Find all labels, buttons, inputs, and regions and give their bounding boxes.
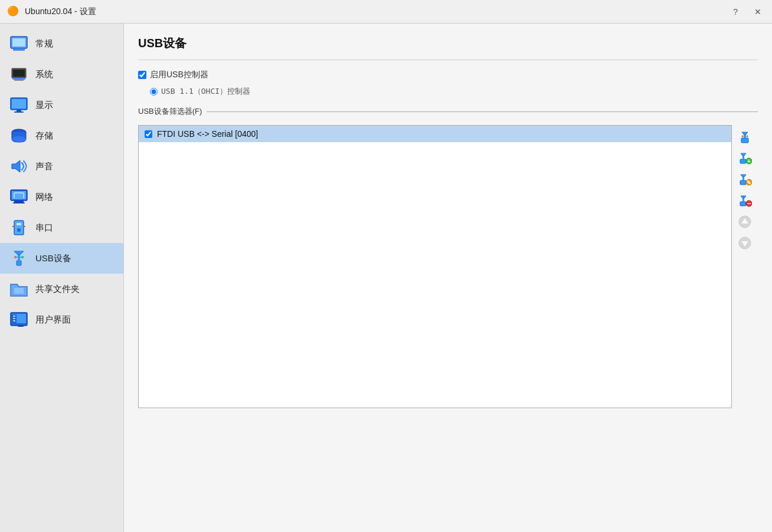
sidebar-label-serial: 串口 <box>35 222 53 234</box>
add-from-device-button[interactable] <box>735 127 754 146</box>
svg-rect-52 <box>740 202 746 206</box>
main-area: 常规 系统 显示 <box>0 24 772 532</box>
svg-rect-21 <box>14 221 24 235</box>
content-area: USB设备 启用USB控制器 USB 1.1（OHCI）控制器 USB设备筛选器… <box>124 24 772 532</box>
svg-rect-53 <box>742 198 744 202</box>
titlebar: 🟠 Ubuntu20.04 - 设置 ? ✕ <box>0 0 772 24</box>
svg-rect-6 <box>14 80 24 81</box>
svg-rect-8 <box>12 99 26 109</box>
sidebar-item-storage[interactable]: 存储 <box>0 120 123 151</box>
filter-label: USB设备筛选器(F) <box>138 106 758 117</box>
svg-point-23 <box>17 228 21 232</box>
add-filter-button[interactable]: + <box>735 149 754 168</box>
move-up-button[interactable] <box>735 212 754 231</box>
sidebar-item-ui[interactable]: 用户界面 <box>0 304 123 335</box>
svg-rect-1 <box>13 48 25 51</box>
storage-icon <box>9 126 28 145</box>
usb11-label: USB 1.1（OHCI）控制器 <box>161 86 250 97</box>
enable-usb-checkbox[interactable] <box>138 71 146 79</box>
sidebar-label-general: 常规 <box>35 38 53 50</box>
svg-rect-10 <box>14 111 24 113</box>
app-icon: 🟠 <box>7 5 20 18</box>
svg-rect-26 <box>17 261 21 265</box>
svg-text:✎: ✎ <box>747 180 751 186</box>
svg-point-43 <box>747 136 748 137</box>
system-icon <box>9 65 28 84</box>
sidebar-label-network: 网络 <box>35 192 53 203</box>
sidebar: 常规 系统 显示 <box>0 24 124 532</box>
svg-rect-39 <box>18 326 24 327</box>
svg-text:+: + <box>747 158 751 165</box>
usb-controller-row: USB 1.1（OHCI）控制器 <box>150 86 758 97</box>
edit-filter-button[interactable]: ✎ <box>735 170 754 189</box>
filter-label-text: USB设备筛选器(F) <box>138 106 202 117</box>
svg-rect-27 <box>18 255 20 261</box>
svg-rect-45 <box>742 156 744 159</box>
svg-rect-4 <box>13 70 25 77</box>
svg-text:−: − <box>747 199 751 208</box>
svg-rect-48 <box>740 180 746 185</box>
sidebar-item-usb[interactable]: USB设备 <box>0 243 123 274</box>
device-list: FTDI USB <-> Serial [0400] <box>138 125 732 408</box>
sidebar-item-network[interactable]: 网络 <box>0 182 123 212</box>
usb-icon <box>9 249 28 268</box>
device-list-wrapper: FTDI USB <-> Serial [0400] <box>138 125 758 408</box>
serial-icon <box>9 218 28 237</box>
sidebar-item-system[interactable]: 系统 <box>0 59 123 90</box>
ui-icon <box>9 310 28 329</box>
svg-rect-16 <box>14 201 24 202</box>
close-button[interactable]: ✕ <box>751 6 765 18</box>
display-icon <box>9 96 28 114</box>
device-actions: + ✎ <box>732 125 758 408</box>
svg-rect-49 <box>742 177 744 180</box>
svg-rect-2 <box>12 38 25 47</box>
sidebar-label-usb: USB设备 <box>35 253 71 264</box>
svg-rect-32 <box>14 288 24 294</box>
usb-section: 启用USB控制器 USB 1.1（OHCI）控制器 USB设备筛选器(F) FT… <box>138 70 758 408</box>
device-checkbox[interactable] <box>145 130 152 138</box>
enable-usb-label: 启用USB控制器 <box>150 70 208 80</box>
sidebar-label-system: 系统 <box>35 69 53 80</box>
titlebar-title: Ubuntu20.04 - 设置 <box>25 6 96 17</box>
move-down-button[interactable] <box>735 234 754 252</box>
svg-rect-24 <box>12 226 14 227</box>
svg-rect-41 <box>744 134 746 138</box>
sidebar-label-shared: 共享文件夹 <box>35 284 80 295</box>
sidebar-item-display[interactable]: 显示 <box>0 90 123 120</box>
enable-usb-row: 启用USB控制器 <box>138 70 758 80</box>
device-label: FTDI USB <-> Serial [0400] <box>157 129 258 139</box>
sidebar-label-display: 显示 <box>35 100 53 111</box>
remove-filter-button[interactable]: − <box>735 191 754 210</box>
help-button[interactable]: ? <box>730 6 741 18</box>
usb11-radio[interactable] <box>150 88 158 96</box>
svg-rect-22 <box>17 223 21 225</box>
svg-rect-9 <box>17 110 21 111</box>
sidebar-item-shared[interactable]: 共享文件夹 <box>0 274 123 304</box>
svg-rect-17 <box>13 202 25 203</box>
svg-rect-38 <box>13 320 15 321</box>
network-icon <box>9 188 28 206</box>
svg-rect-25 <box>24 226 25 227</box>
titlebar-left: 🟠 Ubuntu20.04 - 设置 <box>7 5 96 18</box>
sidebar-item-general[interactable]: 常规 <box>0 28 123 59</box>
shared-icon <box>9 280 28 298</box>
svg-point-42 <box>742 136 744 137</box>
sidebar-label-ui: 用户界面 <box>35 314 71 326</box>
titlebar-controls: ? ✕ <box>730 6 765 18</box>
svg-marker-13 <box>12 160 20 172</box>
sidebar-item-sound[interactable]: 声音 <box>0 151 123 182</box>
svg-point-12 <box>12 136 26 142</box>
svg-rect-40 <box>741 138 748 143</box>
sound-icon <box>9 157 28 176</box>
svg-rect-36 <box>13 316 15 317</box>
page-title: USB设备 <box>138 35 758 60</box>
sidebar-label-sound: 声音 <box>35 161 53 172</box>
svg-rect-5 <box>12 78 25 80</box>
sidebar-item-serial[interactable]: 串口 <box>0 212 123 243</box>
general-icon <box>9 34 28 53</box>
svg-rect-44 <box>740 159 746 163</box>
device-item[interactable]: FTDI USB <-> Serial [0400] <box>139 126 731 142</box>
sidebar-label-storage: 存储 <box>35 130 53 142</box>
svg-rect-37 <box>13 318 15 319</box>
